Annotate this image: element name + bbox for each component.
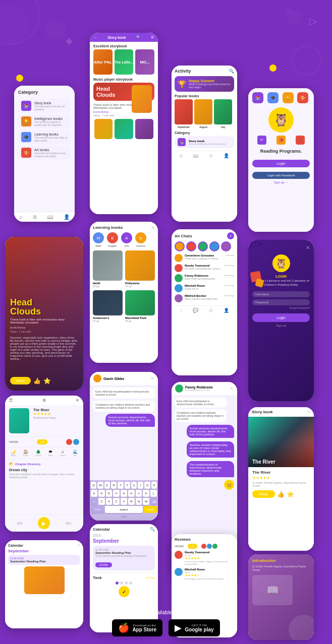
- menu-icon-1[interactable]: ☰: [151, 35, 154, 39]
- book-thumb-3[interactable]: [135, 119, 153, 139]
- scene-room[interactable]: 🏠 Room: [23, 449, 29, 457]
- key-p[interactable]: P: [151, 482, 157, 489]
- fanny-close[interactable]: ✕: [230, 386, 234, 391]
- reader-menu[interactable]: ☰: [9, 398, 13, 403]
- online-avatar-1[interactable]: [175, 241, 185, 251]
- chats-nav-3[interactable]: ⊞: [209, 308, 213, 313]
- dot-4[interactable]: [129, 582, 132, 585]
- subject-arts[interactable]: A Arts: [121, 232, 132, 247]
- key-r[interactable]: R: [111, 482, 117, 489]
- calendar-search[interactable]: 🔍: [150, 527, 155, 532]
- key-s[interactable]: S: [98, 490, 105, 497]
- dot-2[interactable]: [120, 582, 123, 585]
- activity-card[interactable]: 🏆 Happy Summer When a child got out of t…: [175, 76, 234, 92]
- head-clouds-card[interactable]: HeadClouds: [93, 83, 154, 101]
- nav-icon-1[interactable]: ⌂: [180, 153, 182, 158]
- cat-item-learning[interactable]: 🎓 Learning books The emotion teachers he…: [18, 130, 71, 144]
- book-cover-mo[interactable]: MO...: [135, 49, 154, 75]
- nav-icon-2[interactable]: 📖: [193, 153, 198, 158]
- play-button[interactable]: ▶: [38, 517, 50, 529]
- chat-item-4[interactable]: Mitchell Rowe 27 min ago Good old art: [175, 284, 234, 292]
- cal-small-event[interactable]: 12:00-19:00 September Reading Plan: [8, 555, 80, 565]
- nav-search[interactable]: ⊞: [33, 214, 37, 220]
- scene-night[interactable]: 🌙 Night: [11, 449, 16, 457]
- prev-button[interactable]: ⏮: [17, 520, 23, 527]
- cat-story-2[interactable]: 📚 Story book We need handbooks and look …: [175, 136, 234, 148]
- chats-compose[interactable]: +: [227, 232, 234, 239]
- key-x[interactable]: X: [106, 498, 113, 505]
- online-avatar-2[interactable]: [186, 241, 196, 251]
- key-g[interactable]: G: [121, 490, 127, 497]
- login-button[interactable]: Login: [252, 160, 310, 167]
- tool-icon-1[interactable]: ✏: [257, 136, 266, 145]
- chats-nav-4[interactable]: 👤: [224, 308, 229, 313]
- book-cover-little[interactable]: The Little...: [115, 49, 134, 75]
- dot-1[interactable]: [116, 582, 119, 585]
- key-send[interactable]: send: [144, 506, 157, 513]
- chat-item-5[interactable]: Mildred Becker 30 min ago Many mothers s…: [175, 294, 234, 302]
- online-avatar-4[interactable]: [209, 241, 219, 251]
- tool-icon-3[interactable]: 🎵: [296, 136, 305, 145]
- river-star[interactable]: ⭐: [287, 491, 294, 498]
- online-avatar-3[interactable]: [198, 241, 208, 251]
- googleplay-badge[interactable]: ▶ GET IT ON Google play: [169, 619, 219, 636]
- key-w[interactable]: W: [97, 482, 103, 489]
- search-icon-1[interactable]: 🔍: [136, 35, 141, 39]
- key-k[interactable]: K: [143, 490, 149, 497]
- book-pollyanna[interactable]: Pollyanna 70 pp.: [125, 250, 155, 288]
- river-cover-thumb[interactable]: [9, 408, 29, 433]
- scene-sea[interactable]: 🌊 Sea: [73, 449, 78, 457]
- river-like[interactable]: 👍: [277, 491, 285, 498]
- emoji-reaction[interactable]: 😊: [224, 480, 234, 490]
- chat-close[interactable]: ✕: [150, 376, 154, 381]
- appstore-badge[interactable]: 🍎 Download on the App Store: [112, 619, 162, 636]
- key-123[interactable]: 123: [91, 506, 104, 513]
- close-icon-1[interactable]: ✕: [151, 225, 155, 230]
- scene-home[interactable]: ⌂ Home: [60, 449, 66, 457]
- nav-icon-4[interactable]: 👤: [224, 153, 229, 158]
- chat-item-1[interactable]: Genevieve Gonzales 1 min ago There was a…: [175, 254, 234, 262]
- key-l[interactable]: L: [150, 490, 157, 497]
- dot-3[interactable]: [125, 582, 128, 585]
- key-o[interactable]: O: [144, 482, 150, 489]
- key-v[interactable]: V: [121, 498, 127, 505]
- key-space[interactable]: space: [105, 506, 143, 513]
- username-field[interactable]: Username: [252, 291, 310, 297]
- subject-math[interactable]: M Math: [93, 232, 104, 247]
- key-t[interactable]: T: [118, 482, 123, 489]
- key-del[interactable]: ⌫: [150, 498, 157, 505]
- scene-forest[interactable]: 🌲 Forest: [36, 449, 41, 457]
- book-heidi[interactable]: Heidi 80 pp.: [93, 250, 123, 288]
- chats-nav-2[interactable]: 💬: [193, 308, 198, 313]
- login-btn[interactable]: Login: [252, 313, 310, 322]
- book-cover-afterpal[interactable]: After PAL: [93, 49, 113, 75]
- nav-book[interactable]: 📖: [47, 214, 53, 220]
- key-h[interactable]: H: [128, 490, 135, 497]
- cat-item-intelligence[interactable]: 💡 Intelligence books The emotions appear…: [18, 114, 71, 128]
- online-avatar-5[interactable]: [221, 241, 231, 251]
- key-shift[interactable]: ⇧: [91, 498, 97, 505]
- done-button[interactable]: DONE: [95, 562, 112, 567]
- app-icon-3[interactable]: 🏆: [283, 92, 294, 103]
- password-field[interactable]: Password: [252, 299, 310, 305]
- key-m[interactable]: M: [143, 498, 149, 505]
- reader-settings[interactable]: ⚙: [42, 398, 46, 403]
- cat-item-art[interactable]: 🎨 Art books Stimulate the Children to be…: [18, 146, 71, 160]
- key-f[interactable]: F: [113, 490, 120, 497]
- key-u[interactable]: U: [131, 482, 137, 489]
- app-icon-4[interactable]: 🎨: [297, 92, 308, 103]
- activity-search[interactable]: 🔍: [229, 69, 234, 74]
- nav-user[interactable]: 👤: [64, 214, 70, 220]
- key-e[interactable]: E: [104, 482, 110, 489]
- key-q[interactable]: Q: [91, 482, 96, 489]
- key-y[interactable]: Y: [125, 482, 130, 489]
- forgot-password[interactable]: Forgot Password?: [252, 306, 310, 309]
- book-thumb-1[interactable]: [94, 119, 113, 139]
- login-facebook-button[interactable]: Login with Facebook: [252, 172, 310, 179]
- nav-home[interactable]: ⌂: [19, 214, 22, 220]
- back-arrow-1[interactable]: ←: [94, 36, 97, 39]
- tool-icon-2[interactable]: 🎒: [276, 136, 286, 145]
- star-icon[interactable]: ⭐: [43, 377, 51, 384]
- key-a[interactable]: A: [91, 490, 97, 497]
- chat-item-2[interactable]: Randy Townsend 10 min ago He favors exte…: [175, 264, 234, 272]
